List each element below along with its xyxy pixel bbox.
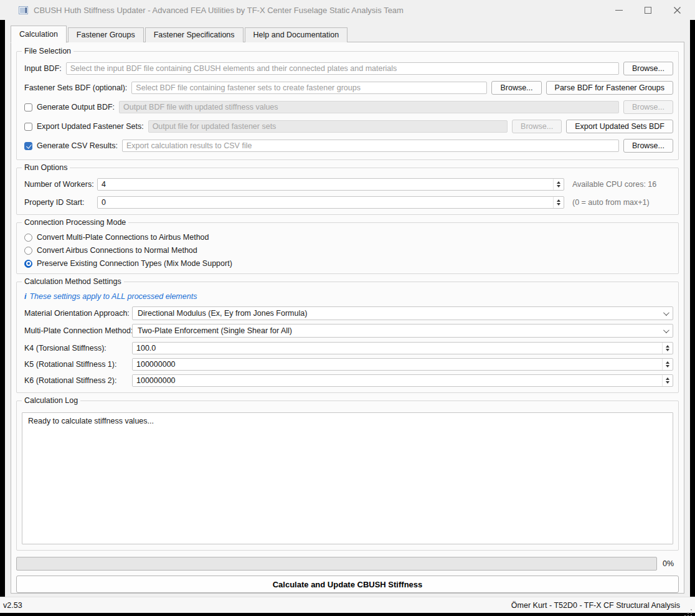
number-of-workers-input[interactable] [98,179,553,190]
group-calculation-log-title: Calculation Log [22,396,80,405]
generate-output-bdf-checkbox[interactable] [24,103,32,111]
version-label: v2.53 [3,601,22,610]
maximize-button[interactable] [644,6,652,14]
material-orientation-value: Directional Modulus (Ex, Ey from Jones F… [138,309,307,318]
generate-csv-results-label: Generate CSV Results: [37,141,118,150]
export-updated-fastener-sets-field [148,120,508,133]
k4-spinbox[interactable] [132,342,673,354]
group-file-selection: File Selection Input BDF: Browse... Fast… [16,51,679,160]
property-id-start-label: Property ID Start: [24,198,93,207]
multi-plate-method-value: Two-Plate Enforcement (Single Shear for … [138,326,292,335]
material-orientation-select[interactable]: Directional Modulus (Ex, Ey from Jones F… [132,306,673,320]
export-updated-sets-bdf-button[interactable]: Export Updated Sets BDF [566,120,673,133]
app-icon [19,6,28,14]
k6-spinbox[interactable] [132,374,673,387]
tab-fastener-specifications[interactable]: Fastener Specifications [145,27,243,42]
export-updated-fastener-sets-browse-button[interactable]: Browse... [512,120,562,133]
tab-help-and-documentation[interactable]: Help and Documentation [245,27,348,42]
radio-convert-airbus-normal[interactable] [24,247,32,255]
material-orientation-label: Material Orientation Approach: [24,309,128,318]
settings-info-text: These settings apply to ALL processed el… [29,292,197,301]
parse-bdf-button[interactable]: Parse BDF for Fastener Groups [546,81,673,95]
calculation-log-textarea[interactable]: Ready to calculate stiffness values... [22,412,673,544]
tab-fastener-groups[interactable]: Fastener Groups [68,27,144,42]
window-title: CBUSH Huth Stiffness Updater - Advanced … [34,6,615,15]
spinner-arrows-icon[interactable] [662,375,673,386]
k5-spinbox[interactable] [132,358,673,371]
property-id-note: (0 = auto from max+1) [569,198,673,207]
cpu-cores-note: Available CPU cores: 16 [569,180,673,189]
radio-convert-airbus-normal-label: Convert Airbus Connections to Normal Met… [37,246,197,255]
radio-preserve-existing-label: Preserve Existing Connection Types (Mix … [37,259,232,268]
export-updated-fastener-sets-label: Export Updated Fastener Sets: [37,122,144,131]
calculation-tab-page: File Selection Input BDF: Browse... Fast… [11,42,684,594]
input-bdf-label: Input BDF: [24,64,62,73]
info-icon: i [24,292,26,301]
output-bdf-browse-button[interactable]: Browse... [623,100,673,114]
progress-bar [16,557,657,571]
resize-grip[interactable] [691,609,692,610]
settings-info-note: i These settings apply to ALL processed … [24,292,673,301]
k6-input[interactable] [133,375,662,386]
input-bdf-browse-button[interactable]: Browse... [623,62,673,75]
calculate-button[interactable]: Calculate and Update CBUSH Stiffness [16,576,679,593]
close-icon [673,6,681,14]
chevron-down-icon [663,310,669,316]
output-bdf-field [119,101,619,113]
fastener-sets-browse-button[interactable]: Browse... [491,81,541,95]
group-connection-processing-mode-title: Connection Processing Mode [22,218,128,227]
generate-csv-results-checkbox[interactable] [24,142,32,150]
k5-label: K5 (Rotational Stiffness 1): [24,360,128,369]
author-label: Ömer Kurt - T52D0 - TF-X CF Structural A… [511,601,680,610]
radio-convert-multiplate-airbus-label: Convert Multi-Plate Connections to Airbu… [37,233,209,242]
progress-percent-label: 0% [663,559,679,568]
number-of-workers-label: Number of Workers: [24,180,93,189]
window-body: Calculation Fastener Groups Fastener Spe… [5,20,690,597]
k6-label: K6 (Rotational Stiffness 2): [24,376,128,385]
k5-input[interactable] [133,359,662,370]
group-connection-processing-mode: Connection Processing Mode Convert Multi… [16,222,679,274]
property-id-start-spinbox[interactable] [97,196,564,209]
multi-plate-method-select[interactable]: Two-Plate Enforcement (Single Shear for … [132,324,673,338]
property-id-start-input[interactable] [98,197,553,208]
spinner-arrows-icon[interactable] [662,359,673,370]
minimize-button[interactable] [615,6,623,14]
k4-input[interactable] [133,343,662,354]
fastener-sets-bdf-field[interactable] [131,82,487,94]
spinner-arrows-icon[interactable] [662,343,673,354]
generate-output-bdf-label: Generate Output BDF: [37,103,115,111]
csv-results-field[interactable] [122,140,619,152]
group-file-selection-title: File Selection [22,47,73,55]
radio-preserve-existing[interactable] [24,260,32,268]
group-calculation-log: Calculation Log Ready to calculate stiff… [16,400,679,551]
group-run-options: Run Options Number of Workers: Available… [16,168,679,215]
window-titlebar: CBUSH Huth Stiffness Updater - Advanced … [0,0,695,20]
number-of-workers-spinbox[interactable] [97,178,564,191]
multi-plate-method-label: Multi-Plate Connection Method: [24,326,128,335]
status-bar: v2.53 Ömer Kurt - T52D0 - TF-X CF Struct… [0,597,695,613]
fastener-sets-bdf-label: Fastener Sets BDF (optional): [24,83,127,92]
k4-label: K4 (Torsional Stiffness): [24,344,128,353]
group-run-options-title: Run Options [22,163,70,172]
group-calculation-method-settings-title: Calculation Method Settings [22,277,124,286]
close-button[interactable] [673,6,681,14]
spinner-arrows-icon[interactable] [553,197,564,208]
tab-calculation[interactable]: Calculation [11,26,67,43]
csv-results-browse-button[interactable]: Browse... [623,139,673,153]
input-bdf-field[interactable] [66,62,619,75]
group-calculation-method-settings: Calculation Method Settings i These sett… [16,282,679,393]
chevron-down-icon [663,327,669,333]
radio-convert-multiplate-airbus[interactable] [24,234,32,242]
tab-bar: Calculation Fastener Groups Fastener Spe… [11,25,690,42]
export-updated-fastener-sets-checkbox[interactable] [24,123,32,131]
spinner-arrows-icon[interactable] [553,179,564,190]
